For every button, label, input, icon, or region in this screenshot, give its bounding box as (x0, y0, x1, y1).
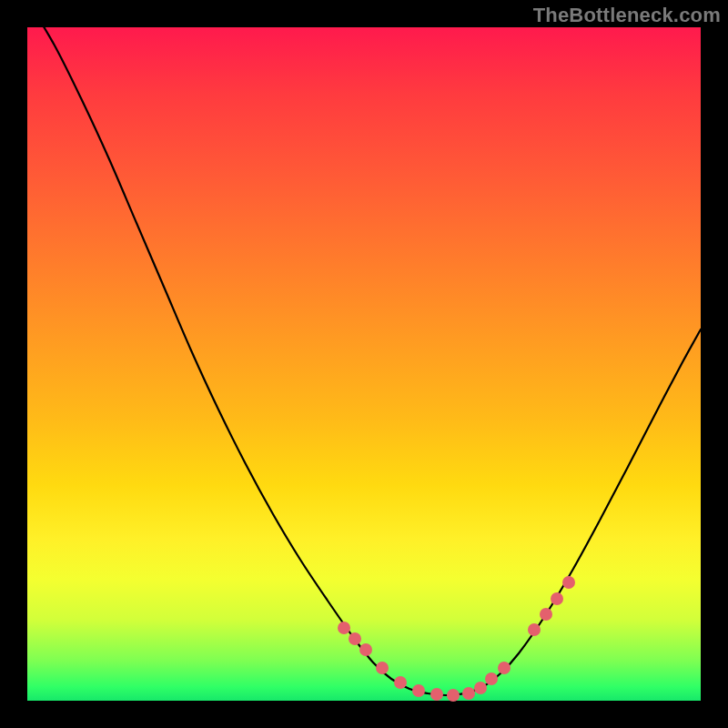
highlight-dot (359, 643, 372, 656)
highlight-dot (447, 689, 460, 702)
highlight-dot (376, 662, 389, 674)
highlight-dot (528, 623, 541, 636)
highlight-dot (551, 592, 563, 605)
chart-svg (27, 27, 701, 701)
highlight-dots-group (338, 576, 575, 702)
highlight-dot (430, 688, 443, 701)
plot-frame (27, 27, 701, 701)
watermark-text: TheBottleneck.com (533, 4, 721, 27)
bottleneck-curve (27, 0, 701, 695)
highlight-dot (394, 676, 407, 689)
highlight-dot (498, 662, 511, 674)
highlight-dot (485, 672, 498, 685)
highlight-dot (412, 684, 425, 697)
highlight-dot (540, 608, 552, 621)
highlight-dot (338, 622, 350, 634)
highlight-dot (462, 687, 475, 700)
highlight-dot (349, 632, 361, 645)
highlight-dot (474, 682, 487, 694)
highlight-dot (562, 576, 575, 589)
